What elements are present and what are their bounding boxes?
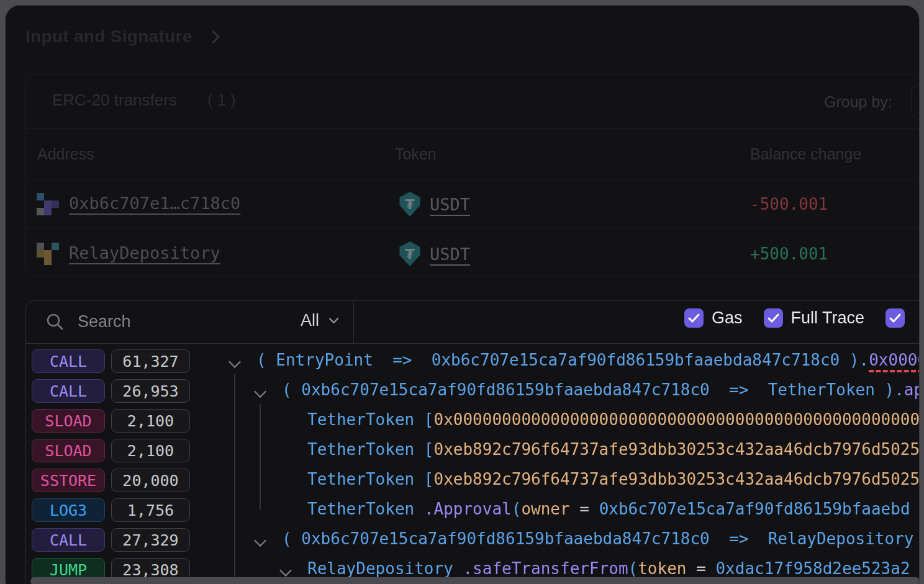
trace-tree: CALL61,327( EntryPoint => 0xb6c707e15ca7… xyxy=(6,346,919,584)
code-segment-plain: = xyxy=(687,559,716,578)
trace-code-line[interactable]: TetherToken [0xeb892c796f64737afe93dbb30… xyxy=(307,440,920,459)
column-header-balance-change: Balance change xyxy=(750,145,861,163)
trace-row: CALL27,329( 0xb6c707e15ca7af90fd86159bfa… xyxy=(6,525,919,555)
opcode-badge-sload: SLOAD xyxy=(32,409,105,433)
trace-code-line[interactable]: TetherToken .Approval(owner = 0xb6c707e1… xyxy=(307,500,910,518)
token-cell: ₮USDT xyxy=(399,241,470,266)
horizontal-scrollbar-thumb[interactable] xyxy=(30,577,920,584)
code-segment-plain: = xyxy=(570,500,599,518)
token-cell: ₮USDT xyxy=(399,192,470,217)
checkbox-box[interactable] xyxy=(764,308,783,328)
checkbox-gas[interactable]: Gas xyxy=(684,308,743,328)
code-segment-blue: 0xb6c707e15ca7af90fd86159bfaaebd xyxy=(599,500,910,518)
code-segment-blue: TetherToken [ xyxy=(307,440,434,459)
expand-chevron-icon[interactable] xyxy=(254,385,266,398)
erc20-transfers-panel: ERC-20 transfers (1) Group by: Address T… xyxy=(25,74,920,276)
gas-value: 2,100 xyxy=(111,439,190,462)
code-segment-blue: ( 0xb6c707e15ca7af90fd86159bfaaebda847c7… xyxy=(282,380,904,399)
checkbox-clipped[interactable] xyxy=(886,308,905,328)
code-segment-blue: RelayDepository xyxy=(307,559,463,578)
checkbox-box[interactable] xyxy=(684,308,704,328)
token-link[interactable]: USDT xyxy=(430,195,470,214)
code-segment-blue: TetherToken [ xyxy=(307,470,434,488)
search-icon xyxy=(45,312,64,331)
code-segment-purple: .safeTransferFrom xyxy=(463,559,628,578)
code-segment-orange: 0xeb892c796f64737afe93dbb30253c432aa46dc… xyxy=(434,470,920,488)
panel-title: ERC-20 transfers xyxy=(52,91,177,110)
erc20-transfers-header: ERC-20 transfers (1) Group by: xyxy=(26,74,920,129)
search-input[interactable] xyxy=(76,305,284,338)
address-identicon xyxy=(37,243,59,265)
trace-code-line[interactable]: RelayDepository .safeTransferFrom(token … xyxy=(307,559,910,578)
token-link[interactable]: USDT xyxy=(430,245,470,264)
group-by-label: Group by: xyxy=(824,93,892,111)
trace-code-line[interactable]: TetherToken [0x0000000000000000000000000… xyxy=(307,410,920,429)
gas-value: 61,327 xyxy=(111,349,190,373)
code-segment-orange: token xyxy=(638,559,686,578)
checkbox-full-trace[interactable]: Full Trace xyxy=(764,308,865,328)
code-segment-blue: TetherToken xyxy=(307,500,424,518)
column-header-address: Address xyxy=(37,145,94,163)
chevron-right-icon xyxy=(206,30,219,43)
opcode-badge-sload: SLOAD xyxy=(32,439,105,462)
code-segment-blue: ( 0xb6c707e15ca7af90fd86159bfaaebda847c7… xyxy=(282,529,920,548)
trace-code-line[interactable]: TetherToken [0xeb892c796f64737afe93dbb30… xyxy=(307,470,920,488)
code-segment-orange: 0x00000000000000000000000000000000000000… xyxy=(434,410,920,429)
search-scope-value: All xyxy=(301,311,319,330)
balance-change-value: -500.001 xyxy=(750,195,828,213)
trace-row: LOG31,756TetherToken .Approval(owner = 0… xyxy=(6,495,919,525)
expand-chevron-icon[interactable] xyxy=(229,356,241,368)
trace-row: CALL26,953( 0xb6c707e15ca7af90fd86159bfa… xyxy=(6,376,919,406)
trace-row: CALL61,327( EntryPoint => 0xb6c707e15ca7… xyxy=(6,346,919,376)
trace-code-line[interactable]: ( 0xb6c707e15ca7af90fd86159bfaaebda847c7… xyxy=(282,529,920,548)
gas-value: 20,000 xyxy=(111,469,190,492)
checkbox-box[interactable] xyxy=(886,308,905,328)
address-identicon xyxy=(37,193,59,215)
transfer-row: RelayDepository₮USDT+500.001 xyxy=(26,228,920,278)
group-by-dropdown[interactable] xyxy=(911,84,920,119)
opcode-badge-call: CALL xyxy=(32,379,105,403)
checkbox-label: Full Trace xyxy=(791,308,865,328)
code-segment-selector: 0x00000 xyxy=(869,351,920,372)
code-segment-orange: 0xeb892c796f64737afe93dbb30253c432aa46dc… xyxy=(434,440,920,459)
opcode-badge-sstore: SSTORE xyxy=(32,469,105,492)
code-segment-blue: ( xyxy=(512,500,522,518)
gas-value: 2,100 xyxy=(111,409,190,433)
transfers-table-header: Address Token Balance change xyxy=(26,129,920,179)
code-segment-blue: 0xdac17f958d2ee523a2 xyxy=(715,559,910,578)
opcode-badge-call: CALL xyxy=(32,528,105,552)
code-segment-orange: owner xyxy=(521,500,569,518)
expand-chevron-icon[interactable] xyxy=(254,534,266,547)
trace-row: SLOAD2,100TetherToken [0x000000000000000… xyxy=(6,406,919,436)
transfer-count: (1) xyxy=(207,91,240,110)
gas-value: 27,329 xyxy=(111,528,190,552)
search-scope-dropdown[interactable]: All xyxy=(301,311,337,330)
breadcrumb-label: Input and Signature xyxy=(25,27,192,47)
toolbar-divider xyxy=(353,300,354,343)
trace-code-line[interactable]: ( EntryPoint => 0xb6c707e15ca7af90fd8615… xyxy=(256,351,920,369)
trace-toolbar: All GasFull Trace xyxy=(25,300,920,344)
code-segment-blue: ( EntryPoint => 0xb6c707e15ca7af90fd8615… xyxy=(256,351,869,369)
usdt-token-icon: ₮ xyxy=(399,192,421,217)
address-link[interactable]: 0xb6c707e1…c718c0 xyxy=(69,194,240,213)
checkbox-label: Gas xyxy=(712,308,743,328)
code-segment-blue: TetherToken [ xyxy=(307,410,434,429)
tree-guide-line xyxy=(234,374,235,584)
app-window: Input and Signature ERC-20 transfers (1)… xyxy=(5,5,920,584)
address-link[interactable]: RelayDepository xyxy=(69,243,220,263)
breadcrumb-input-and-signature[interactable]: Input and Signature xyxy=(25,27,218,47)
gas-value: 26,953 xyxy=(111,379,190,403)
transfer-row: 0xb6c707e1…c718c0₮USDT-500.001 xyxy=(26,179,920,228)
balance-change-value: +500.001 xyxy=(750,245,828,263)
trace-row: SSTORE20,000TetherToken [0xeb892c796f647… xyxy=(6,465,919,495)
opcode-badge-log3: LOG3 xyxy=(32,498,105,522)
code-segment-blue: ( xyxy=(628,559,638,578)
trace-code-line[interactable]: ( 0xb6c707e15ca7af90fd86159bfaaebda847c7… xyxy=(282,380,920,399)
chevron-down-icon xyxy=(329,314,339,324)
code-segment-purple: .Approval xyxy=(424,500,512,518)
usdt-token-icon: ₮ xyxy=(399,241,421,266)
tree-guide-line xyxy=(260,404,261,510)
trace-row: SLOAD2,100TetherToken [0xeb892c796f64737… xyxy=(6,436,919,465)
gas-value: 1,756 xyxy=(111,498,190,522)
expand-chevron-icon[interactable] xyxy=(279,564,292,577)
